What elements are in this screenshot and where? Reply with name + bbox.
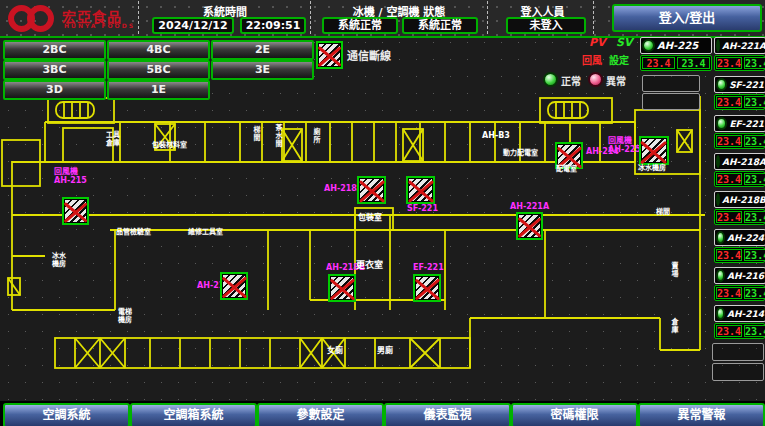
normal-label: 正常 — [561, 73, 581, 88]
unit-status-lamp-icon — [716, 193, 720, 206]
map-unit-label: 回風機AH-215 — [54, 167, 87, 185]
ahu-status-badge: 系統正常 — [402, 17, 478, 34]
login-logout-button[interactable]: 登入/登出 — [612, 4, 762, 32]
floor-button-2e[interactable]: 2E — [211, 40, 314, 60]
unit-values-ah-225: 23.4 23.4 — [640, 55, 712, 71]
map-unit-icon-offline[interactable] — [413, 274, 441, 302]
sv-value: 23.4 — [744, 96, 765, 108]
system-date-display: 2024/12/12 — [152, 17, 234, 34]
hmi-screen: 宏亞食品 HUNYA FOODS 系統時間 2024/12/12 22:09:5… — [0, 0, 765, 426]
map-unit-icon-offline[interactable] — [406, 176, 435, 204]
unit-entry-ah-224[interactable]: AH-224 — [714, 229, 765, 246]
room-label: 冰水 機房 — [52, 252, 66, 268]
map-unit-icon-offline[interactable] — [328, 274, 356, 302]
unit-status-lamp-icon — [716, 78, 727, 91]
unit-entry-ef-221[interactable]: EF-221 — [714, 115, 765, 132]
room-label: AH-B3 — [482, 132, 510, 140]
login-user-badge: 未登入 — [506, 17, 586, 34]
sv-label: SV — [616, 36, 632, 49]
unit-status-lamp-icon — [716, 117, 727, 130]
map-unit-icon-offline[interactable] — [639, 136, 669, 165]
unit-name: AH-218A — [722, 157, 765, 167]
toolbar-button-ahu-system[interactable]: 空調箱系統 — [130, 403, 257, 426]
toolbar-button-meter-monitor[interactable]: 儀表監視 — [384, 403, 511, 426]
room-label: 賣場 — [670, 262, 678, 278]
unit-entry-ah-214[interactable]: AH-214 — [714, 305, 765, 322]
floor-button-5bc[interactable]: 5BC — [107, 60, 210, 80]
toolbar-button-alarm[interactable]: 異常警報 — [638, 403, 765, 426]
map-unit-label: EF-221 — [413, 263, 444, 272]
unit-values: 23.4 23.4 — [714, 285, 765, 301]
unit-entry-ah-218b[interactable]: AH-218B — [714, 191, 765, 208]
sv-value: 23.4 — [677, 57, 710, 69]
empty-slot — [712, 363, 764, 381]
room-label: 動力配電室 — [503, 149, 538, 157]
unit-name: AH-218B — [722, 195, 765, 205]
empty-slot — [642, 93, 700, 110]
map-unit-icon-offline[interactable] — [516, 212, 543, 240]
unit-name: AH-221A — [722, 41, 765, 51]
header-separator — [487, 1, 488, 34]
unit-values: 23.4 23.4 — [714, 94, 765, 110]
floor-button-3d[interactable]: 3D — [3, 80, 106, 100]
unit-entry-sf-221[interactable]: SF-221 — [714, 76, 765, 93]
unit-values: 23.4 23.4 — [714, 55, 765, 71]
chiller-status-badge: 系統正常 — [322, 17, 398, 34]
pv-label: PV — [589, 36, 606, 49]
sv-value: 23.4 — [744, 173, 765, 185]
pv-value: 23.4 — [716, 325, 742, 337]
unit-values: 23.4 23.4 — [714, 247, 765, 263]
room-label: 倉庫 — [670, 318, 678, 334]
header-separator — [593, 1, 594, 34]
room-label: 冰水機房 — [638, 164, 666, 172]
map-unit-icon-offline[interactable] — [357, 176, 386, 204]
room-label: 維修工具室 — [188, 228, 223, 236]
toolbar-button-param-settings[interactable]: 參數設定 — [257, 403, 384, 426]
toolbar-button-password-auth[interactable]: 密碼權限 — [511, 403, 638, 426]
map-unit-label: AH-221A — [510, 202, 549, 211]
unit-status-lamp-icon — [716, 155, 720, 168]
room-label: 電梯 機房 — [118, 308, 132, 324]
room-label: 女廁 — [327, 347, 343, 355]
map-unit-icon-offline[interactable] — [220, 272, 248, 300]
unit-values: 23.4 23.4 — [714, 209, 765, 225]
toolbar-button-hvac-system[interactable]: 空調系統 — [3, 403, 130, 426]
unit-values: 23.4 23.4 — [714, 133, 765, 149]
unit-name: AH-214 — [727, 309, 764, 319]
unit-entry-ah-216[interactable]: AH-216 — [714, 267, 765, 284]
room-label: 男廁 — [377, 347, 393, 355]
map-unit-icon-offline[interactable] — [62, 197, 89, 225]
pv-value: 23.4 — [716, 135, 742, 147]
sv-value: 23.4 — [744, 57, 765, 69]
pv-value: 23.4 — [716, 57, 742, 69]
room-label: 包裝室 — [358, 214, 382, 222]
floor-button-4bc[interactable]: 4BC — [107, 40, 210, 60]
pv-value: 23.4 — [716, 249, 742, 261]
pv-value: 23.4 — [716, 211, 742, 223]
unit-status-lamp-icon — [642, 39, 655, 52]
unit-entry-ah-218a[interactable]: AH-218A — [714, 153, 765, 170]
empty-slot — [642, 75, 700, 92]
floor-button-3e[interactable]: 3E — [211, 60, 314, 80]
room-label: 配電室 — [556, 165, 577, 173]
sv-value: 23.4 — [744, 325, 765, 337]
pv-value: 23.4 — [716, 173, 742, 185]
sv-sub-label: 設定 — [609, 52, 629, 67]
unit-values: 23.4 23.4 — [714, 323, 765, 339]
unit-status-lamp-icon — [716, 39, 720, 52]
floor-button-1e[interactable]: 1E — [107, 80, 210, 100]
room-label: 茶水間 — [274, 124, 282, 148]
sv-value: 23.4 — [744, 135, 765, 147]
system-clock-display: 22:09:51 — [240, 17, 306, 34]
sv-value: 23.4 — [744, 249, 765, 261]
unit-entry-ah-225[interactable]: AH-225 — [640, 37, 712, 54]
room-label: 包裝材料室 — [152, 141, 187, 149]
floor-button-3bc[interactable]: 3BC — [3, 60, 106, 80]
floor-button-2bc[interactable]: 2BC — [3, 40, 106, 60]
header-separator — [138, 1, 139, 34]
unit-status-lamp-icon — [716, 269, 725, 282]
comm-loss-label: 通信斷線 — [347, 47, 391, 63]
sv-value: 23.4 — [744, 287, 765, 299]
room-label: 梯間 — [656, 208, 670, 216]
unit-entry-ah-221a[interactable]: AH-221A — [714, 37, 765, 54]
